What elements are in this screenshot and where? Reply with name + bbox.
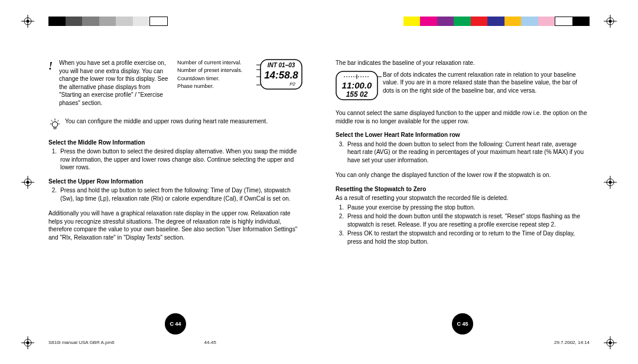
list-number: 2.: [48, 186, 57, 202]
legend-line: Phase number.: [177, 83, 258, 90]
svg-point-32: [52, 122, 57, 127]
list-body: Pause your exercise by pressing the stop…: [347, 204, 590, 212]
tip-text: You can configure the middle and upper r…: [65, 117, 268, 126]
svg-point-3: [27, 20, 30, 23]
heading: Resetting the Stopwatch to Zero: [336, 185, 590, 194]
print-colorbar: [48, 17, 590, 26]
footer-file: S810i manual USA GBR A.pm6: [48, 340, 115, 346]
lcd-legend: Number of current interval. Number of pr…: [177, 59, 258, 107]
list-number: 1.: [48, 147, 57, 172]
lcd-display-icon: 11:00.0 155 02: [336, 71, 378, 103]
paragraph: Bar of dots indicates the current relaxa…: [383, 71, 590, 95]
svg-rect-33: [54, 127, 56, 129]
page-right: The bar indicates the baseline of your r…: [336, 59, 590, 331]
list-body: Press and hold the down button to select…: [347, 140, 590, 165]
list-number: 2.: [336, 212, 344, 228]
svg-point-7: [609, 20, 612, 23]
registration-mark-icon: [21, 15, 34, 28]
paragraph: Additionally you will have a graphical r…: [48, 209, 302, 241]
list-body: Press OK to restart the stopwatch and re…: [347, 229, 590, 245]
paragraph: You can only change the displayed functi…: [336, 171, 590, 179]
registration-mark-icon: [21, 176, 34, 189]
registration-mark-icon: [21, 336, 34, 349]
svg-line-38: [57, 120, 58, 122]
note-text: When you have set a profile exercise on,…: [59, 59, 177, 107]
svg-text:11:00.0: 11:00.0: [342, 80, 373, 90]
svg-point-23: [609, 342, 612, 345]
legend-line: Number of preset intervals.: [177, 67, 258, 74]
legend-line: Number of current interval.: [177, 59, 258, 67]
list-number: 1.: [336, 204, 344, 212]
registration-mark-icon: [604, 176, 617, 189]
note-icon: !: [48, 60, 53, 72]
svg-text:P2: P2: [289, 81, 295, 87]
svg-text:INT 01–03: INT 01–03: [268, 62, 295, 68]
paragraph: As a result of resetting your stopwatch …: [336, 194, 590, 202]
paragraph: The bar indicates the baseline of your r…: [336, 59, 590, 67]
svg-text:155 02: 155 02: [346, 90, 368, 99]
list-body: Press and hold the down button until the…: [347, 212, 590, 228]
svg-point-11: [27, 181, 30, 183]
footer-timestamp: 29.7.2002, 14:14: [554, 340, 590, 346]
heading: Select the Upper Row Information: [48, 178, 302, 186]
page-left: ! When you have set a profile exercise o…: [48, 59, 302, 331]
list-number: 3.: [336, 229, 344, 245]
heading: Select the Middle Row Information: [48, 139, 302, 147]
page-number-badge: C 45: [452, 313, 473, 335]
footer-pages: 44-45: [204, 340, 216, 346]
list-body: Press the down button to select the desi…: [60, 147, 302, 172]
spread: ! When you have set a profile exercise o…: [48, 59, 590, 331]
svg-line-37: [51, 120, 53, 122]
page-number-badge: C 44: [165, 313, 186, 335]
svg-point-15: [609, 181, 612, 183]
lightbulb-icon: [48, 117, 61, 133]
registration-mark-icon: [604, 336, 617, 349]
list-number: 3.: [336, 140, 344, 165]
registration-mark-icon: [604, 15, 617, 28]
lcd-display-icon: INT 01–03 14:58.8 P2: [260, 59, 302, 107]
legend-line: Countdown timer.: [177, 75, 258, 83]
paragraph: You cannot select the same displayed fun…: [336, 109, 590, 125]
heading: Select the Lower Heart Rate Information …: [336, 131, 590, 139]
list-body: Press and hold the up button to select f…: [60, 186, 302, 202]
svg-point-19: [27, 342, 30, 345]
svg-text:14:58.8: 14:58.8: [264, 70, 298, 81]
footer: S810i manual USA GBR A.pm6 44-45 29.7.20…: [48, 340, 590, 346]
